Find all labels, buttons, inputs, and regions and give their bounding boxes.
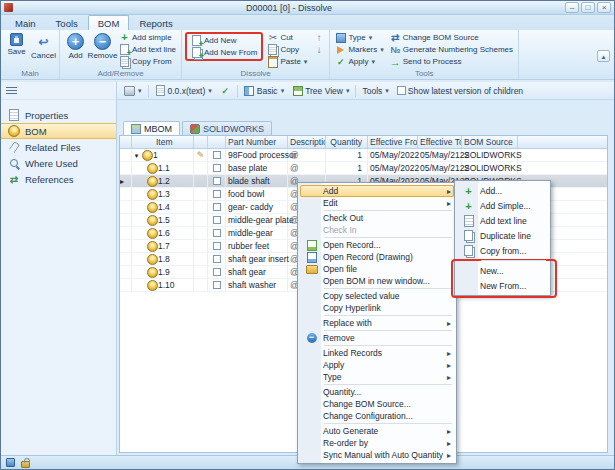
submenu-item[interactable]: Add... <box>457 183 548 198</box>
copy-from-icon <box>457 243 480 258</box>
apply-dropdown[interactable]: Apply <box>333 56 385 67</box>
submenu-item[interactable]: Copy from... <box>457 243 548 258</box>
expand-arrow-icon[interactable] <box>132 150 141 160</box>
close-button[interactable] <box>597 2 611 13</box>
row-checkbox[interactable] <box>213 229 221 237</box>
submenu-item[interactable]: Add text line <box>457 213 548 228</box>
window-title: D00001 [0] - Dissolve <box>13 3 565 13</box>
add-new-from-button[interactable]: Add New From <box>189 47 259 58</box>
tools-dropdown[interactable]: Tools <box>360 85 390 97</box>
context-menu-item[interactable]: Apply <box>300 359 454 371</box>
row-checkbox[interactable] <box>213 177 221 185</box>
row-checkbox[interactable] <box>213 281 221 289</box>
sidebar-item[interactable]: Where Used <box>1 155 116 171</box>
cancel-button[interactable]: Cancel <box>31 32 56 60</box>
ribbon-collapse-button[interactable] <box>597 50 610 62</box>
ribbon-tab[interactable]: Reports <box>129 15 182 30</box>
header-bom-source[interactable]: BOM Source <box>462 136 518 148</box>
context-menu-item[interactable]: Change BOM Source... <box>300 398 454 410</box>
sidebar-item[interactable]: BOM <box>1 123 116 139</box>
description-cell: @ <box>288 149 326 161</box>
header-description[interactable]: Description <box>288 136 326 148</box>
copy-from-button[interactable]: Copy From <box>117 56 178 67</box>
context-menu-item[interactable]: Open Record... <box>300 239 454 251</box>
row-checkbox[interactable] <box>213 151 221 159</box>
context-menu-item[interactable]: Linked Records <box>300 347 454 359</box>
edit-pencil-icon <box>197 150 205 160</box>
context-menu-item[interactable]: Remove <box>300 332 454 344</box>
context-menu-item[interactable]: Check In <box>300 224 454 236</box>
submenu-item[interactable]: New From... <box>457 278 548 293</box>
context-menu-item[interactable]: Open Record (Drawing) <box>300 251 454 263</box>
ribbon-tab[interactable]: BOM <box>88 15 130 30</box>
show-latest-toggle[interactable]: Show latest version of children <box>395 85 525 97</box>
add-text-line-button[interactable]: Add text line <box>117 44 178 55</box>
header-effective-from[interactable]: Effective From <box>368 136 418 148</box>
ribbon-tab[interactable]: Main <box>5 15 46 30</box>
type-dropdown[interactable]: Type <box>333 32 385 43</box>
context-menu-item[interactable]: Copy Hyperlink <box>300 302 454 314</box>
row-checkbox[interactable] <box>213 203 221 211</box>
context-menu-item[interactable]: Replace with <box>300 317 454 329</box>
add-button[interactable]: Add <box>63 32 88 60</box>
sidebar-item[interactable]: Properties <box>1 107 116 123</box>
row-checkbox[interactable] <box>213 242 221 250</box>
submenu-item[interactable]: Duplicate line <box>457 228 548 243</box>
status-grid-icon[interactable] <box>6 458 15 467</box>
show-latest-checkbox[interactable] <box>397 86 406 95</box>
row-checkbox[interactable] <box>213 268 221 276</box>
context-menu-item[interactable]: Type <box>300 371 454 383</box>
minimize-button[interactable] <box>565 2 579 13</box>
maximize-button[interactable] <box>581 2 595 13</box>
numbering-scheme-dropdown[interactable]: 0.0.x(text) <box>153 84 214 97</box>
row-checkbox[interactable] <box>213 255 221 263</box>
row-checkbox[interactable] <box>213 190 221 198</box>
move-down-button[interactable] <box>311 44 326 55</box>
context-menu-item[interactable]: Check Out <box>300 212 454 224</box>
context-menu-item[interactable]: Open file <box>300 263 454 275</box>
send-to-process-button[interactable]: Send to Process <box>388 56 515 67</box>
ribbon-tab[interactable]: Tools <box>46 15 88 30</box>
print-button[interactable] <box>122 84 144 97</box>
table-row[interactable]: 1.1 base plate @ 1 05/May/2022 05/May/21… <box>120 162 607 175</box>
header-effective-to[interactable]: Effective To <box>418 136 462 148</box>
context-menu-item[interactable]: Open BOM in new window... <box>300 275 454 287</box>
bom-view-tab[interactable]: MBOM <box>123 121 180 135</box>
context-menu-item[interactable]: Add <box>300 185 454 197</box>
context-menu-item[interactable]: Copy selected value <box>300 290 454 302</box>
tree-view-dropdown[interactable]: Tree View <box>290 84 351 97</box>
add-new-button[interactable]: Add New <box>189 35 259 46</box>
change-bom-source-button[interactable]: Change BOM Source <box>388 32 515 43</box>
context-menu-item[interactable]: Re-order by <box>300 437 454 449</box>
paste-button[interactable]: Paste <box>265 56 309 67</box>
context-menu-item[interactable]: Auto Generate <box>300 425 454 437</box>
basic-view-dropdown[interactable]: Basic <box>242 84 286 97</box>
row-checkbox[interactable] <box>213 216 221 224</box>
add-simple-button[interactable]: Add simple <box>117 32 178 43</box>
header-part-number[interactable]: Part Number <box>226 136 288 148</box>
context-menu-item[interactable]: Quantity... <box>300 386 454 398</box>
menu-item-label: Apply <box>323 360 344 370</box>
submenu-item[interactable]: Add Simple... <box>457 198 548 213</box>
cut-button[interactable]: Cut <box>265 32 309 43</box>
menu-hamburger-icon[interactable] <box>6 85 17 96</box>
remove-button[interactable]: Remove <box>90 32 115 60</box>
move-up-button[interactable] <box>311 32 326 43</box>
submenu-item[interactable]: New... <box>457 263 548 278</box>
context-menu-item[interactable]: Sync Manual with Auto Quantity <box>300 449 454 461</box>
context-menu-item[interactable]: Edit <box>300 197 454 209</box>
row-checkbox[interactable] <box>213 164 221 172</box>
markers-dropdown[interactable]: Markers <box>333 44 385 55</box>
save-button[interactable]: Save <box>4 32 29 56</box>
header-quantity[interactable]: Quantity <box>326 136 368 148</box>
sidebar-item[interactable]: Related Files <box>1 139 116 155</box>
generate-numbering-schemes-button[interactable]: Generate Numbering Schemes <box>388 44 515 55</box>
header-item[interactable]: Item <box>132 136 194 148</box>
context-menu-item[interactable]: Change Configuration... <box>300 410 454 422</box>
bom-view-tab[interactable]: SOLIDWORKS <box>182 121 272 135</box>
open-record-icon <box>300 239 323 251</box>
validate-button[interactable] <box>218 84 233 97</box>
copy-button[interactable]: Copy <box>265 44 309 55</box>
table-row[interactable]: 1 98Food processor @ 1 05/May/2022 05/Ma… <box>120 149 607 162</box>
sidebar-item[interactable]: References <box>1 171 116 187</box>
